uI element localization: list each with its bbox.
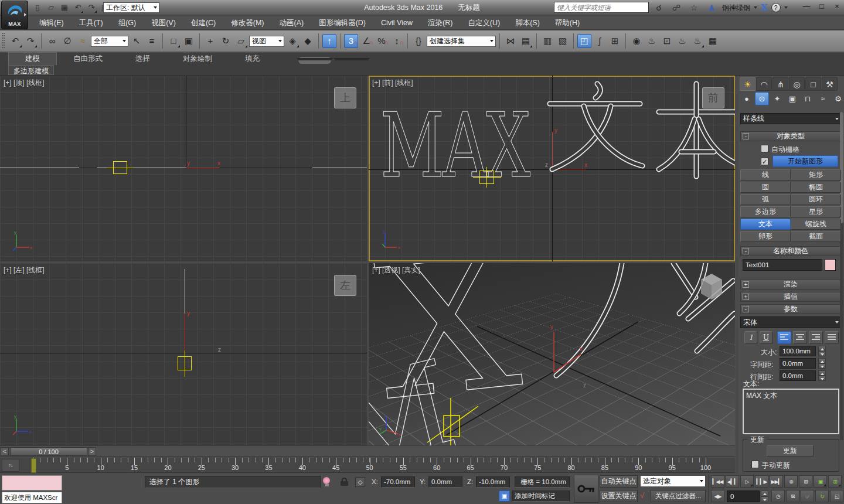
size-field[interactable]: 100.0mm <box>780 346 816 356</box>
menu-创建c[interactable]: 创建(C) <box>183 16 223 30</box>
snap-toggle-3d-icon[interactable]: 3 <box>344 34 358 48</box>
redo-icon[interactable]: ↷ <box>86 2 97 13</box>
viewport-front[interactable]: [+] [前] [线框] 前 MAX y z x <box>369 76 735 261</box>
text-input-area[interactable]: MAX 文本 <box>743 389 839 434</box>
viewport-left[interactable]: [+] [左] [线框] 左 y z yz <box>0 263 367 445</box>
menu-动画a[interactable]: 动画(A) <box>271 16 311 30</box>
select-and-scale-icon[interactable]: ▱ <box>234 34 248 48</box>
use-pivot-point-center-icon[interactable]: ◈ <box>285 34 300 48</box>
add-time-tag-field[interactable]: 添加时间标记 <box>512 491 570 502</box>
frame-spinner[interactable] <box>761 491 768 502</box>
subtab-geometry-icon[interactable]: ● <box>740 92 754 105</box>
current-frame-marker[interactable] <box>31 458 36 473</box>
undo-icon[interactable]: ↶ <box>8 34 22 48</box>
rollout-name-color[interactable]: -名称和颜色 <box>740 246 841 256</box>
tab-modify-icon[interactable]: ◠ <box>756 77 772 91</box>
tab-motion-icon[interactable]: ◎ <box>789 77 805 91</box>
kerning-field[interactable]: 0.0mm <box>780 358 816 369</box>
zoom-extents-all-button[interactable]: ⊞ <box>828 475 842 488</box>
menu-编辑e[interactable]: 编辑(E) <box>32 16 72 30</box>
justify-button[interactable] <box>825 331 839 344</box>
tab-utilities-icon[interactable]: ⚒ <box>822 77 838 91</box>
app-menu-button[interactable]: MAX <box>1 1 28 29</box>
unlink-selection-icon[interactable]: ∅ <box>60 34 74 48</box>
auto-key-button[interactable]: 自动关键点 <box>600 475 638 488</box>
align-right-button[interactable] <box>809 331 823 344</box>
shape-button-线[interactable]: 线 <box>740 169 791 181</box>
menu-修改器m[interactable]: 修改器(M) <box>223 16 271 30</box>
leading-field[interactable]: 0.0mm <box>780 370 816 381</box>
menu-civilview[interactable]: Civil View <box>373 16 420 30</box>
start-new-shape-checkbox[interactable]: ✓ <box>761 158 768 165</box>
ribbon-tab-自由形式[interactable]: 自由形式 <box>57 53 119 65</box>
menu-脚本s[interactable]: 脚本(S) <box>508 16 547 30</box>
key-filter-selection-dropdown[interactable]: 选定对象 <box>640 475 706 487</box>
ribbon-tab-建模[interactable]: 建模 <box>8 52 57 65</box>
angle-snap-icon[interactable]: ∠ <box>359 34 373 48</box>
shape-button-截面[interactable]: 截面 <box>791 231 841 242</box>
shape-button-文本[interactable]: 文本 <box>740 219 791 230</box>
font-dropdown[interactable]: 宋体 <box>740 316 841 328</box>
named-selection-sets-dropdown[interactable]: 创建选择集 <box>427 36 496 47</box>
italic-button[interactable]: I <box>744 331 757 344</box>
key-mode-toggle-button[interactable]: ◀▶ <box>711 490 724 502</box>
shape-button-椭圆[interactable]: 椭圆 <box>791 182 841 193</box>
new-file-icon[interactable]: ▯ <box>32 2 43 13</box>
communication-center-icon[interactable]: ☍ <box>669 1 683 15</box>
menu-渲染r[interactable]: 渲染(R) <box>420 16 460 30</box>
orbit-viewport-button[interactable]: ↻ <box>815 490 829 502</box>
autogrid-checkbox[interactable] <box>761 145 768 152</box>
rollout-rendering[interactable]: +渲染 <box>740 280 841 290</box>
pan-view-button[interactable]: ☞ <box>801 490 814 502</box>
schematic-view-icon[interactable]: ⊞ <box>608 34 622 48</box>
toolbar-drag-handle[interactable] <box>2 33 5 49</box>
redo-icon[interactable]: ↷ <box>23 34 38 48</box>
select-by-name-icon[interactable]: ≡ <box>145 34 159 48</box>
select-object-icon[interactable]: ↖ <box>130 34 144 48</box>
selection-lock-icon[interactable] <box>341 478 348 486</box>
render-setup-icon[interactable]: ♨ <box>645 34 659 48</box>
viewport-perspective-label[interactable]: [+] [透视] [真实] <box>372 265 420 275</box>
menu-组g[interactable]: 组(G) <box>111 16 144 30</box>
align-left-button[interactable] <box>777 331 791 344</box>
workspace-dropdown[interactable]: 工作区: 默认 <box>103 2 159 13</box>
rendered-frame-window-icon[interactable]: ⊡ <box>660 34 674 48</box>
help-dropdown-arrow[interactable] <box>784 6 788 9</box>
percent-snap-icon[interactable]: % <box>375 34 389 48</box>
previous-frame-button[interactable]: ◀▎▎ <box>726 475 739 488</box>
viewcube-front[interactable]: 前 <box>702 87 724 108</box>
align-center-button[interactable] <box>793 331 807 344</box>
ribbon-options-arrow[interactable] <box>333 58 370 63</box>
toggle-key-mode-button[interactable] <box>574 475 598 503</box>
rollout-object-type[interactable]: -对象类型 <box>740 131 841 141</box>
x-coord-field[interactable]: -70.0mm <box>381 476 415 488</box>
close-button[interactable]: × <box>832 1 842 12</box>
menu-视图v[interactable]: 视图(V) <box>144 16 183 30</box>
favorites-star-icon[interactable]: ☆ <box>687 1 701 15</box>
save-file-icon[interactable]: ▦ <box>59 2 70 13</box>
zoom-extents-selected-button[interactable]: ▣ <box>814 475 827 488</box>
size-spinner[interactable] <box>818 346 826 356</box>
username-dropdown-arrow[interactable] <box>754 6 757 9</box>
go-to-end-button[interactable]: ▶▶▎ <box>770 475 783 488</box>
shape-button-多边形[interactable]: 多边形 <box>740 206 791 217</box>
manual-update-checkbox[interactable] <box>751 461 759 468</box>
user-icon[interactable]: ♟ <box>705 1 719 15</box>
zoom-all-button[interactable]: ⊞ <box>799 475 812 488</box>
tab-hierarchy-icon[interactable]: ⋔ <box>772 77 788 91</box>
object-name-field[interactable]: Text001 <box>743 259 822 271</box>
material-editor-icon[interactable]: ◉ <box>629 34 644 48</box>
bind-to-space-warp-icon[interactable]: ≈ <box>76 34 90 48</box>
viewport-perspective[interactable]: X M y x z [+] [透视] [真实] <box>369 263 735 445</box>
exchange-apps-icon[interactable]: X <box>761 2 768 13</box>
viewcube-top[interactable]: 上 <box>334 87 356 108</box>
isolate-selection-icon[interactable] <box>323 477 331 486</box>
edit-named-selection-sets-icon[interactable]: {} <box>411 34 426 48</box>
graphite-ribbon-toggle-icon[interactable]: ▧ <box>556 34 570 48</box>
shape-button-卵形[interactable]: 卵形 <box>740 231 791 242</box>
minimize-button[interactable]: — <box>802 1 811 12</box>
spinner-snap-icon[interactable]: ↕ <box>390 34 404 48</box>
leading-spinner[interactable] <box>818 370 826 381</box>
tab-create-icon[interactable]: ☀ <box>740 77 755 91</box>
y-coord-field[interactable]: 0.0mm <box>428 476 462 488</box>
